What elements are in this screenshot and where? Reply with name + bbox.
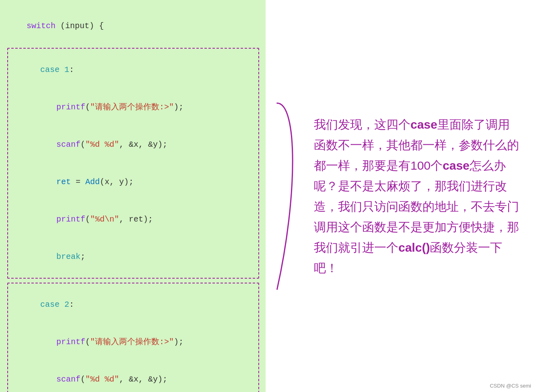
case1-line2: scanf("%d %d", &x, &y); xyxy=(11,126,255,163)
keyword-switch: switch xyxy=(27,21,56,31)
description-panel: 我们发现，这四个case里面除了调用函数不一样，其他都一样，参数什么的都一样，那… xyxy=(306,0,536,392)
case-block-1: case 1: printf("请输入两个操作数:>"); scanf("%d … xyxy=(7,48,259,279)
case-label-2: case 2: xyxy=(11,286,255,323)
case1-line5: break; xyxy=(11,238,255,275)
code-panel: switch (input) { case 1: printf("请输入两个操作… xyxy=(0,0,266,392)
case1-line4: printf("%d\n", ret); xyxy=(11,201,255,238)
case1-line3: ret = Add(x, y); xyxy=(11,163,255,201)
case-block-2: case 2: printf("请输入两个操作数:>"); scanf("%d … xyxy=(7,283,259,392)
description-text: 我们发现，这四个case里面除了调用函数不一样，其他都一样，参数什么的都一样，那… xyxy=(314,114,520,278)
case-label-1: case 1: xyxy=(11,51,255,88)
arrow-svg xyxy=(268,76,304,317)
code-text: (input) { xyxy=(56,21,104,31)
arrow-area xyxy=(266,0,306,392)
watermark: CSDN @CS semi xyxy=(490,383,531,389)
case1-line1: printf("请输入两个操作数:>"); xyxy=(11,88,255,126)
switch-line: switch (input) { xyxy=(7,7,259,45)
case2-line1: printf("请输入两个操作数:>"); xyxy=(11,323,255,361)
case2-line2: scanf("%d %d", &x, &y); xyxy=(11,361,255,392)
